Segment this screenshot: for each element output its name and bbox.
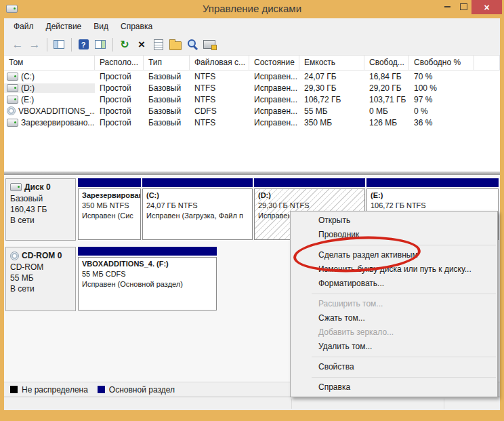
drive-icon xyxy=(10,183,22,191)
console-tree-icon xyxy=(54,40,64,49)
context-menu-item[interactable]: Удалить том... xyxy=(291,340,497,354)
partition-type-bar xyxy=(366,178,499,187)
search-button[interactable] xyxy=(184,37,201,53)
refresh-icon: ↻ xyxy=(120,38,129,51)
toolbar: ←→?↻× xyxy=(4,34,500,56)
context-menu-item[interactable]: Форматировать... xyxy=(291,277,497,291)
column-header-7[interactable]: Свободно % xyxy=(409,56,474,70)
column-header-1[interactable]: Располо... xyxy=(95,56,144,70)
volume-cell: 29,30 ГБ xyxy=(299,83,364,93)
window-title: Управление дисками xyxy=(0,3,504,14)
disk-label: Диск 0 xyxy=(10,182,71,192)
volume-cell: 55 МБ xyxy=(299,106,364,116)
volume-row[interactable]: Зарезервировано...ПростойБазовыйNTFSИспр… xyxy=(4,117,500,128)
volume-cell: Базовый xyxy=(144,95,190,104)
column-header-3[interactable]: Файловая с... xyxy=(190,56,249,70)
console-tree-button[interactable] xyxy=(51,37,67,53)
partition-title: (D:) xyxy=(258,191,361,201)
menubar: ФайлДействиеВидСправка xyxy=(4,18,500,34)
context-menu-item[interactable]: Изменить букву диска или путь к диску... xyxy=(291,262,497,277)
menu-file[interactable]: Файл xyxy=(7,20,40,33)
close-button[interactable]: × xyxy=(471,0,502,14)
cd-icon xyxy=(10,252,19,260)
menu-help[interactable]: Справка xyxy=(114,20,159,33)
context-menu-item[interactable]: Свойства xyxy=(291,360,497,374)
disk-info: 160,43 ГБ xyxy=(10,204,71,215)
column-header-8[interactable] xyxy=(474,56,500,70)
column-header-5[interactable]: Емкость xyxy=(299,56,364,70)
volume-name: (E:) xyxy=(21,95,34,104)
context-menu-item-make-active[interactable]: Сделать раздел активным xyxy=(291,248,497,262)
volume-name: Зарезервировано... xyxy=(21,118,94,127)
context-menu-item[interactable]: Сжать том... xyxy=(291,311,497,325)
volume-cell: 36 % xyxy=(409,118,474,127)
open-folder-button[interactable] xyxy=(167,37,184,53)
minimize-button[interactable] xyxy=(439,0,455,14)
volume-cell: 126 МБ xyxy=(364,118,409,127)
partition-type-bar xyxy=(78,178,141,187)
column-header-2[interactable]: Тип xyxy=(144,56,190,70)
volume-cell: Простой xyxy=(95,72,144,81)
partition-status: Исправен (Загрузка, Файл п xyxy=(146,211,249,221)
column-header-0[interactable]: Том xyxy=(4,56,95,70)
partition[interactable]: VBOXADDITIONS_4. (F:)55 МБ CDFSИсправен … xyxy=(78,247,217,311)
delete-button[interactable]: × xyxy=(133,37,150,53)
back-icon: ← xyxy=(12,38,24,52)
menu-view[interactable]: Вид xyxy=(87,20,114,33)
disk-panel[interactable]: Диск 0Базовый160,43 ГБВ сети xyxy=(5,178,76,241)
partition-size: 55 МБ CDFS xyxy=(82,269,213,279)
volume-cell: 70 % xyxy=(409,72,474,81)
partition-title: Зарезервирован xyxy=(82,191,137,201)
properties-button[interactable] xyxy=(150,37,167,53)
forward-button[interactable]: → xyxy=(26,37,43,53)
volume-cell: CDFS xyxy=(190,106,249,116)
volume-cell: Простой xyxy=(95,118,144,127)
action-pane-button[interactable] xyxy=(92,37,108,53)
forward-icon: → xyxy=(29,38,41,52)
volume-row[interactable]: (D:)ПростойБазовыйNTFSИсправен...29,30 Г… xyxy=(4,82,500,94)
help-icon: ? xyxy=(79,39,89,49)
disk-info: Базовый xyxy=(10,193,71,204)
open-folder-icon xyxy=(169,41,182,50)
volume-list: ТомРасполо...ТипФайловая с...СостояниеЕм… xyxy=(4,56,500,172)
partition-body: (C:)24,07 ГБ NTFSИсправен (Загрузка, Фай… xyxy=(142,188,253,240)
volume-cell: (C:) xyxy=(4,72,95,81)
context-menu-item[interactable]: Проводник xyxy=(291,228,497,242)
partition[interactable]: Зарезервирован350 МБ NTFSИсправен (Сис xyxy=(78,178,141,241)
drive-icon xyxy=(7,96,18,104)
rescan-button[interactable] xyxy=(201,37,217,53)
context-menu: ОткрытьПроводникСделать раздел активнымИ… xyxy=(290,211,498,397)
disk-panel[interactable]: CD-ROM 0CD-ROM55 МБВ сети xyxy=(5,247,76,311)
menu-separator xyxy=(312,357,496,357)
volume-cell: 0 % xyxy=(409,106,474,116)
volume-row[interactable]: (E:)ПростойБазовыйNTFSИсправен...106,72 … xyxy=(4,94,500,105)
volume-row[interactable]: VBOXADDITIONS_...ПростойБазовыйCDFSИспра… xyxy=(4,105,500,117)
menu-action[interactable]: Действие xyxy=(40,20,88,33)
volume-cell: NTFS xyxy=(190,95,249,104)
volume-cell: 103,71 ГБ xyxy=(364,95,409,104)
volume-cell: Простой xyxy=(95,106,144,116)
legend-label: Не распределена xyxy=(22,385,88,395)
volume-name: (C:) xyxy=(21,72,35,81)
context-menu-item: Расширить том... xyxy=(291,297,497,311)
disk-info: CD-ROM xyxy=(10,262,71,273)
partition-size: 106,72 ГБ NTFS xyxy=(371,201,495,211)
context-menu-item: Добавить зеркало... xyxy=(291,325,497,340)
volume-cell: 29,20 ГБ xyxy=(364,83,409,93)
maximize-button[interactable] xyxy=(455,0,471,14)
partition-size: 24,07 ГБ NTFS xyxy=(146,201,249,211)
refresh-button[interactable]: ↻ xyxy=(117,37,133,53)
help-button[interactable]: ? xyxy=(75,37,91,53)
menu-separator xyxy=(312,294,496,294)
volume-name: VBOXADDITIONS_... xyxy=(18,106,95,116)
context-menu-item[interactable]: Открыть xyxy=(291,214,497,228)
action-pane-icon xyxy=(95,40,106,49)
partition[interactable]: (C:)24,07 ГБ NTFSИсправен (Загрузка, Фай… xyxy=(142,178,253,241)
delete-icon: × xyxy=(138,38,145,52)
context-menu-item[interactable]: Справка xyxy=(291,380,497,395)
volume-row[interactable]: (C:)ПростойБазовыйNTFSИсправен...24,07 Г… xyxy=(4,71,500,82)
column-header-6[interactable]: Свобод... xyxy=(364,56,409,70)
column-header-4[interactable]: Состояние xyxy=(249,56,299,70)
drive-icon xyxy=(7,119,18,127)
back-button[interactable]: ← xyxy=(9,37,26,53)
